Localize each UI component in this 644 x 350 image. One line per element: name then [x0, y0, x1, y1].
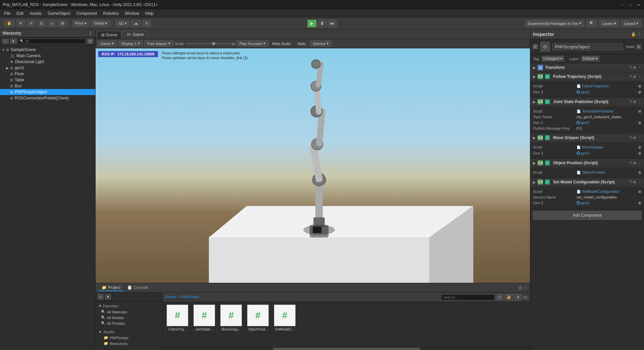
- circle-btn[interactable]: ◉: [638, 170, 641, 175]
- script-link[interactable]: ObjectPosition: [582, 170, 606, 174]
- component-enabled-checkbox[interactable]: ✓: [545, 161, 550, 165]
- scale-track[interactable]: [185, 43, 230, 44]
- play-focused-dropdown[interactable]: Play Focused ▾: [236, 40, 268, 47]
- script-link[interactable]: FollowTrajectory: [582, 84, 609, 88]
- gen3-ref[interactable]: gen3: [581, 201, 589, 205]
- menu-help[interactable]: Help: [143, 10, 156, 16]
- more-icon[interactable]: ⋮: [638, 161, 641, 165]
- window-controls[interactable]: ─ □ ✕: [620, 2, 641, 7]
- asset-lock-button[interactable]: 🔒: [504, 294, 513, 300]
- script-link[interactable]: MoveGripper: [582, 145, 603, 149]
- hierarchy-item-rosconnection[interactable]: ⊙ ROSConnectionPrefab(Clone): [0, 95, 95, 101]
- assets-path-current[interactable]: PNPScripts: [180, 295, 199, 299]
- pnpscripts-folder[interactable]: 📁 PNPScripts: [96, 335, 162, 341]
- asset-star-button[interactable]: ★: [515, 294, 522, 300]
- minimize-button[interactable]: ─: [620, 2, 625, 7]
- script-item-setmodel[interactable]: # SetModelC...: [273, 305, 297, 345]
- script-item-objectpos[interactable]: # ObjectPosit...: [246, 305, 270, 345]
- experimental-packages-button[interactable]: Experimental Packages In Use ▾: [525, 20, 584, 27]
- gen3-ref[interactable]: gen3: [581, 151, 589, 155]
- settings-icon[interactable]: ⚙: [633, 180, 636, 184]
- global-button[interactable]: Global ▾: [91, 20, 111, 27]
- step-button[interactable]: ⏭: [327, 19, 337, 28]
- all-materials-item[interactable]: 🔍 All Materials: [96, 309, 162, 315]
- circle-btn[interactable]: ◉: [638, 120, 641, 125]
- refresh-button[interactable]: ↻: [142, 20, 151, 27]
- rotate-tool-button[interactable]: ↺: [26, 20, 36, 27]
- menu-gameobject[interactable]: GameObject: [45, 10, 73, 16]
- hierarchy-menu-icon[interactable]: ⋮: [89, 31, 93, 36]
- circle-btn[interactable]: ◉: [638, 84, 641, 88]
- hierarchy-filter-button[interactable]: ⊡: [87, 38, 93, 44]
- tag-dropdown[interactable]: Untagged ▾: [542, 56, 564, 61]
- collapse-button[interactable]: ⊡: [519, 286, 522, 290]
- search-button[interactable]: 🔍: [586, 20, 597, 27]
- hierarchy-search-input[interactable]: [25, 39, 84, 43]
- game-viewport[interactable]: ROS IP: 172.18.250.141:10000 Press left/…: [96, 48, 530, 283]
- sd-button[interactable]: SD ▾: [115, 20, 129, 27]
- menu-robotics[interactable]: Robotics: [100, 10, 121, 16]
- stats-button[interactable]: Stats: [295, 41, 309, 46]
- layer-dropdown[interactable]: Default ▾: [581, 56, 599, 61]
- help-icon[interactable]: ?: [630, 65, 632, 70]
- component-enabled-checkbox[interactable]: ✓: [545, 180, 550, 184]
- menu-edit[interactable]: Edit: [14, 10, 26, 16]
- add-asset-button[interactable]: +: [98, 294, 104, 300]
- layers-button[interactable]: Layers ▾: [599, 20, 619, 27]
- more-icon[interactable]: ⋮: [638, 180, 641, 184]
- circle-btn[interactable]: ◉: [638, 145, 641, 149]
- all-prefabs-item[interactable]: 🔍 All Prefabs: [96, 320, 162, 326]
- component-enabled-checkbox[interactable]: ✓: [545, 99, 550, 104]
- hierarchy-item-maincamera[interactable]: 🎥 Main Camera: [0, 53, 95, 59]
- close-button[interactable]: ✕: [636, 2, 641, 7]
- gizmos-dropdown[interactable]: Gizmos ▾: [310, 40, 332, 47]
- script-link[interactable]: JointStatePublisher: [582, 109, 614, 113]
- pause-button[interactable]: ⏸: [317, 19, 327, 28]
- hand-tool-button[interactable]: ✋: [4, 20, 15, 27]
- more-icon[interactable]: ⋮: [638, 100, 641, 104]
- inspector-menu-button[interactable]: ⋮: [637, 32, 641, 37]
- layout-button[interactable]: Layout ▾: [621, 20, 641, 27]
- aspect-dropdown[interactable]: Free Aspect ▾: [144, 40, 173, 47]
- all-models-item[interactable]: 🔍 All Models: [96, 315, 162, 320]
- horizontal-scrollbar[interactable]: [163, 347, 530, 350]
- tab-game[interactable]: 🎮 Game: [122, 31, 148, 39]
- pivot-button[interactable]: Pivot ▾: [72, 20, 90, 27]
- component-move-gripper-header[interactable]: ▶ C# ✓ Move Gripper (Script) ? ⚙ ⋮: [530, 133, 644, 142]
- help-icon[interactable]: ?: [630, 161, 632, 165]
- hierarchy-item-samplescene[interactable]: ▼ ⊙ SampleScene ⋮: [0, 47, 95, 53]
- static-dropdown[interactable]: ▾: [636, 44, 641, 49]
- hierarchy-item-floor[interactable]: ⊙ Floor: [0, 71, 95, 77]
- script-item-followtraj[interactable]: # FollowTraj...: [165, 305, 190, 345]
- component-joint-state-publisher-header[interactable]: ▶ C# ✓ Joint State Publisher (Script) ? …: [530, 97, 644, 106]
- hierarchy-item-pnpscriptsobject[interactable]: ⊙ PNPScriptsObject: [0, 89, 95, 95]
- script-item-jointstate[interactable]: # JointState...: [192, 305, 216, 345]
- more-icon[interactable]: ⋮: [638, 65, 641, 70]
- settings-icon[interactable]: ⚙: [633, 136, 636, 140]
- project-tab[interactable]: 📁 Project: [98, 285, 124, 291]
- scale-thumb[interactable]: [212, 42, 215, 45]
- circle-btn[interactable]: ◉: [638, 201, 641, 205]
- hierarchy-item-table[interactable]: ⊙ Table: [0, 77, 95, 83]
- menu-file[interactable]: File: [1, 10, 13, 16]
- scrollbar-thumb[interactable]: [273, 348, 420, 350]
- menu-assets[interactable]: Assets: [27, 10, 44, 16]
- circle-btn[interactable]: ◉: [638, 90, 641, 94]
- help-icon[interactable]: ?: [630, 180, 632, 184]
- scale-tool-button[interactable]: ⊡: [37, 20, 46, 27]
- assets-header[interactable]: ▼ Assets: [96, 329, 162, 335]
- gen3-ref[interactable]: gen3: [581, 121, 589, 125]
- add-component-button[interactable]: Add Component: [533, 211, 641, 220]
- move-tool-button[interactable]: ✛: [16, 20, 25, 27]
- component-follow-trajectory-header[interactable]: ▶ C# ✓ Follow Trajectory (Script) ? ⚙ ⋮: [530, 72, 644, 81]
- circle-btn[interactable]: ◉: [638, 151, 641, 156]
- gen3-ref[interactable]: gen3: [581, 90, 589, 94]
- tab-scene[interactable]: ⊞ Scene: [97, 31, 121, 39]
- maximize-button[interactable]: □: [628, 2, 633, 7]
- help-icon[interactable]: ?: [630, 75, 632, 79]
- help-icon[interactable]: ?: [630, 136, 632, 140]
- hierarchy-more-button[interactable]: ▾: [10, 38, 17, 44]
- hierarchy-item-box[interactable]: ⊙ Box: [0, 83, 95, 89]
- console-tab[interactable]: 📋 Console: [124, 285, 152, 291]
- help-icon[interactable]: ?: [630, 100, 632, 104]
